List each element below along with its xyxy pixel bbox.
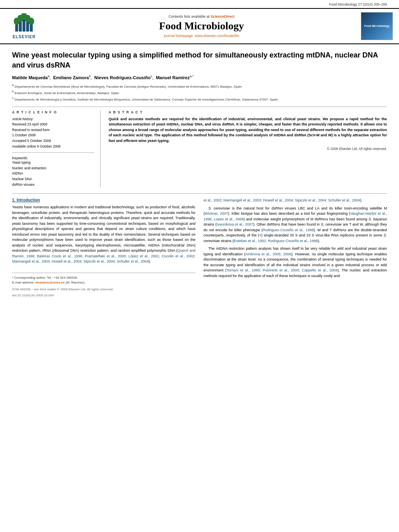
ref-torriani[interactable]: Torriani et al., 1999; Pulvirenti et al.… [226,268,337,272]
keyword-5: dsRNA viruses [12,182,94,188]
body-col-right: et al., 2002; Marinangeli et al., 2003; … [204,198,387,297]
right-para-ref: et al., 2002; Marinangeli et al., 2003; … [204,198,387,203]
food-micro-logo-box: Food Microbiology [361,12,393,40]
svg-rect-4 [30,24,33,31]
email-line: E-mail address: mramirez@unex.es (M. Ram… [12,280,195,285]
divider-abstract-body [12,193,387,194]
right-para-2: S. cerevisiae is the natural host for ds… [204,206,387,244]
intro-para-1: Yeasts have numerous applications in mod… [12,205,195,265]
author-ramirez: Manuel Ramírez [156,75,190,80]
article-title: Wine yeast molecular typing using a simp… [12,50,387,70]
sciencedirect-line: Contents lists available at ScienceDirec… [48,14,355,18]
svg-point-9 [28,18,34,25]
affiliation-c: c Departamento de Microbiología y Genéti… [12,96,387,102]
author-rodriguez: Nieves Rodríguez-Cousiño [95,75,151,80]
ref-vaughan[interactable]: Vaughan-Martini et al., 1996; Lopes et a… [204,212,387,221]
history-available: Available online 9 October 2009 [12,144,94,150]
food-micro-logo-text: Food Microbiology [363,23,391,29]
ref-cocolin[interactable]: et al., 2002; Marinangeli et al., 2003; … [204,198,360,202]
email-after: (M. Ramírez). [66,281,85,284]
journal-header: ELSEVIER Contents lists available at Sci… [0,8,399,44]
history-received: Received 23 April 2009 [12,122,94,127]
body-col-left: 1. Introduction Yeasts have numerous app… [12,198,195,297]
email-label: E-mail address: [12,281,35,284]
corresponding-note: * Corresponding author. Tel.: +34 924 28… [12,275,195,280]
page-container: Food Microbiology 27 (2010) 205–209 ELSE… [0,0,399,532]
article-info-heading: A R T I C L E I N F O [12,110,94,114]
main-content: Wine yeast molecular typing using a simp… [0,44,399,305]
ref-ivannikova[interactable]: Ivannikova et al., 2007 [216,222,253,226]
intro-number: 1. [12,198,15,202]
journal-title: Food Microbiology [48,20,355,32]
history-revised-date: 1 October 2009 [12,133,94,138]
keyword-3: mtDNA [12,171,94,177]
author-maqueda: Matilde Maqueda [12,75,48,80]
journal-homepage: journal homepage: www.elsevier.com/locat… [48,34,355,38]
food-micro-logo-area: Food Microbiology [359,12,395,40]
elsevier-logo-area: ELSEVIER [4,13,44,39]
divider-top [12,107,387,107]
footer-bottom-2: doi:10.1016/j.fm.2009.10.004 [12,294,195,297]
article-info-column: A R T I C L E I N F O Article history: R… [12,110,101,188]
elsevier-label: ELSEVIER [12,35,35,39]
journal-header-center: Contents lists available at ScienceDirec… [44,14,359,38]
article-info-abstract-section: A R T I C L E I N F O Article history: R… [12,110,387,188]
footer-area: * Corresponding author. Tel.: +34 924 28… [12,273,195,297]
keyword-4: Nuclear DNA [12,177,94,182]
ref-wickner[interactable]: Wickner, 2007 [205,212,228,216]
history-label: Article history: [12,117,33,121]
intro-title: Introduction [16,198,40,202]
abstract-text: Quick and accurate methods are required … [109,117,387,144]
svg-rect-0 [15,24,18,31]
body-two-col: 1. Introduction Yeasts have numerous app… [12,198,387,297]
keywords-list: Yeast typing Nucleic acid extraction mtD… [12,160,94,187]
keywords-section: Keywords: Yeast typing Nucleic acid extr… [12,156,94,187]
sciencedirect-text: Contents lists available at [169,14,210,18]
journal-ref: Food Microbiology 27 (2010) 205–209 [0,0,399,8]
keyword-1: Yeast typing [12,160,94,166]
email-address[interactable]: mramirez@unex.es [35,281,65,284]
keywords-label: Keywords: [12,156,94,160]
svg-rect-2 [22,19,25,32]
footer-bottom-1: 0740-0020/$ – see front matter © 2009 El… [12,288,195,291]
ref-rodriguez1998[interactable]: Rodriguez-Cousiño et al., 1998 [263,228,314,232]
history-accepted: Accepted 5 October 2009 [12,138,94,144]
ref-ambrona[interactable]: Ambrona et al., 2005, 2006 [245,252,291,256]
copyright-line: © 2009 Elsevier Ltd. All rights reserved… [109,147,387,151]
abstract-column: A B S T R A C T Quick and accurate metho… [109,110,387,188]
right-para-3: The mtDNA restriction pattern analysis h… [204,246,387,279]
divider-history-keywords [12,152,94,153]
intro-section-title: 1. Introduction [12,198,195,202]
keyword-2: Nucleic acid extraction [12,166,94,171]
history-revised-label: Received in revised form [12,127,94,133]
affiliation-b: b Estación Enológica, Junta de Extremadu… [12,90,387,95]
sciencedirect-link[interactable]: ScienceDirect [211,14,235,18]
author-zamora: Emiliano Zamora [53,75,89,80]
ref-querol[interactable]: Querol and Ramón, 1996; Baleiras Couto e… [12,249,195,263]
elsevier-tree-icon [13,13,35,33]
affiliation-a: a Departamento de Ciencias Biomédicas (Á… [12,83,387,89]
abstract-heading: A B S T R A C T [109,110,387,114]
authors-line: Matilde Maquedaa, Emiliano Zamorab, Niev… [12,74,387,80]
homepage-link[interactable]: journal homepage: www.elsevier.com/locat… [164,34,239,38]
ref-esteban[interactable]: Esteban et al., 1992; Rodriguez-Cousiño … [234,239,318,243]
intro-body-text: Yeasts have numerous applications in mod… [12,205,195,265]
right-body-text: et al., 2002; Marinangeli et al., 2003; … [204,198,387,279]
article-history: Article history: Received 23 April 2009 … [12,117,94,150]
affiliations: a Departamento de Ciencias Biomédicas (Á… [12,83,387,102]
